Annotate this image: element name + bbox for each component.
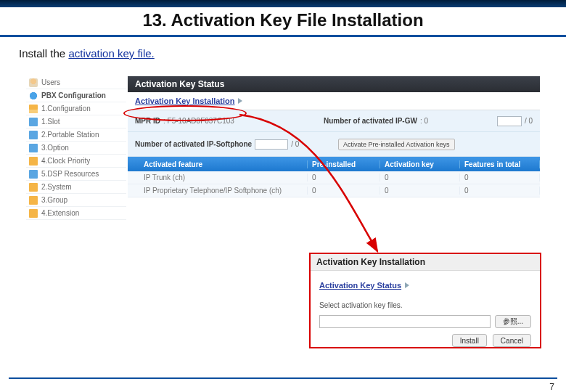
sidebar-item-label: 5.DSP Resources — [41, 170, 99, 178]
sidebar-item-label: PBX Configuration — [41, 91, 106, 99]
sidebar-item-label: Users — [41, 78, 60, 86]
cell-total: 0 — [460, 187, 540, 195]
slide-title: 13. Activation Key File Installation — [0, 7, 566, 37]
sidebar-item-users[interactable]: Users — [26, 76, 126, 89]
sidebar-item-label: 2.Portable Station — [41, 131, 99, 139]
ps-icon — [29, 131, 38, 139]
num-softphone-label: Number of activated IP-Softphone — [135, 140, 252, 148]
sidebar-item-label: 2.System — [41, 183, 72, 191]
sidebar-item-3-option[interactable]: 3.Option — [26, 142, 126, 155]
sidebar-item-5-dsp[interactable]: 5.DSP Resources — [26, 168, 126, 181]
sidebar-item-1-slot[interactable]: 1.Slot — [26, 115, 126, 128]
sidebar-item-label: 1.Configuration — [41, 105, 91, 113]
sidebar-item-4-clock[interactable]: 4.Clock Priority — [26, 155, 126, 168]
sidebar-item-2-system[interactable]: 2.System — [26, 181, 126, 194]
slide-subtitle: Install the activation key file. — [0, 37, 566, 67]
num-ipgw-value: : 0 — [420, 117, 428, 125]
mpr-id-label: MPR ID — [135, 117, 160, 125]
option-icon — [29, 144, 38, 152]
footer-rule — [9, 377, 557, 379]
folder-icon — [29, 183, 38, 192]
chevron-right-icon — [405, 282, 409, 288]
folder-icon — [29, 196, 38, 205]
users-icon — [29, 78, 38, 87]
panel-instruction: Select activation key files. — [319, 301, 531, 309]
page-number: 7 — [549, 382, 554, 392]
clock-icon — [29, 157, 38, 166]
slide: 13. Activation Key File Installation Ins… — [0, 0, 566, 392]
folder-open-icon — [29, 105, 38, 113]
cell-feature: IP Proprietary Telephone/IP Softphone (c… — [139, 187, 308, 195]
ipgw-extra-input[interactable] — [497, 116, 522, 126]
chevron-right-icon — [238, 98, 242, 104]
cell-key: 0 — [380, 173, 460, 181]
install-button[interactable]: Install — [452, 334, 487, 347]
sidebar-item-label: 1.Slot — [41, 118, 60, 126]
activation-key-installation-panel: Activation Key Installation Activation K… — [309, 253, 541, 348]
ipgw-extra-text: / 0 — [525, 117, 533, 125]
num-ipgw-label: Number of activated IP-GW — [324, 117, 417, 125]
softphone-value-text: / 0 — [291, 140, 299, 148]
browse-button[interactable]: 参照... — [495, 315, 531, 328]
subtitle-link: activation key file. — [68, 47, 154, 60]
sidebar-item-4-extension[interactable]: 4.Extension — [26, 207, 126, 220]
activation-key-installation-link[interactable]: Activation Key Installation — [135, 97, 235, 105]
cell-feature: IP Trunk (ch) — [139, 173, 308, 181]
col-activation-key: Activation key — [380, 160, 460, 168]
cell-key: 0 — [380, 187, 460, 195]
mpr-id-value: : F5-10AD0F037C103 — [163, 117, 234, 125]
sidebar-item-2-portable[interactable]: 2.Portable Station — [26, 128, 126, 142]
sidebar-item-label: 4.Clock Priority — [41, 157, 90, 165]
col-preinstalled: Pre-installed — [308, 160, 380, 168]
subtitle-prefix: Install the — [19, 47, 68, 60]
activation-key-status-link[interactable]: Activation Key Status — [319, 281, 401, 290]
col-total: Features in total — [460, 160, 540, 168]
cell-pre: 0 — [308, 173, 380, 181]
sidebar-item-pbx-config[interactable]: PBX Configuration — [26, 89, 126, 102]
table-header: Activated feature Pre-installed Activati… — [128, 157, 540, 171]
info-row-1: MPR ID : F5-10AD0F037C103 Number of acti… — [128, 110, 540, 132]
gear-icon — [29, 91, 38, 100]
table-row: IP Trunk (ch) 0 0 0 — [128, 171, 540, 184]
main-pane: Activation Key Status Activation Key Ins… — [128, 76, 540, 229]
sidebar-item-label: 4.Extension — [41, 209, 79, 217]
softphone-value-input[interactable] — [255, 139, 288, 150]
link-row: Activation Key Installation — [128, 92, 540, 110]
sidebar-item-3-group[interactable]: 3.Group — [26, 194, 126, 207]
cell-pre: 0 — [308, 187, 380, 195]
slot-icon — [29, 118, 38, 126]
panel-title: Activation Key Installation — [311, 254, 540, 271]
pbx-console-screenshot: Users PBX Configuration 1.Configuration … — [26, 76, 540, 229]
sidebar-item-label: 3.Group — [41, 196, 67, 204]
sidebar-item-label: 3.Option — [41, 144, 69, 152]
folder-icon — [29, 209, 38, 218]
cancel-button[interactable]: Cancel — [493, 334, 531, 347]
col-feature: Activated feature — [139, 160, 308, 168]
activation-file-input[interactable] — [319, 315, 491, 328]
dsp-icon — [29, 170, 38, 179]
sidebar-item-1-configuration[interactable]: 1.Configuration — [26, 102, 126, 115]
activate-preinstalled-button[interactable]: Activate Pre-installed Activation keys — [338, 139, 455, 150]
top-accent-strip — [0, 0, 566, 7]
cell-total: 0 — [460, 173, 540, 181]
info-row-2: Number of activated IP-Softphone / 0 Act… — [128, 132, 540, 157]
sidebar: Users PBX Configuration 1.Configuration … — [26, 76, 126, 229]
main-title: Activation Key Status — [128, 76, 540, 92]
table-row: IP Proprietary Telephone/IP Softphone (c… — [128, 184, 540, 197]
